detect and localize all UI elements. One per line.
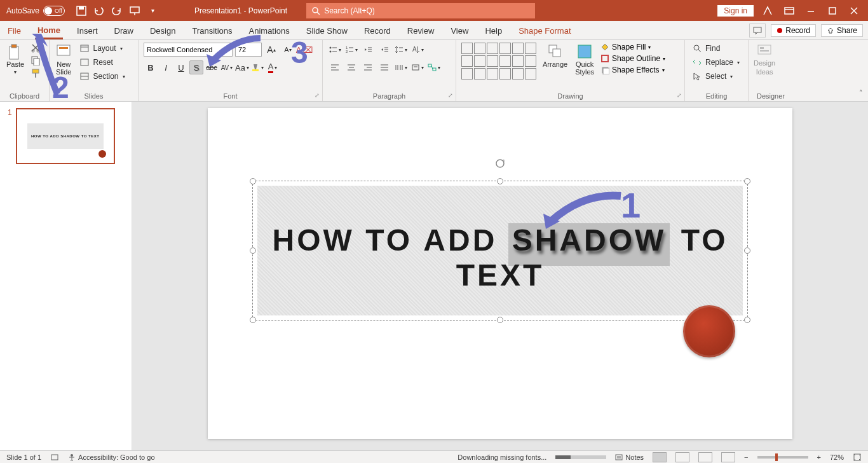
paste-button[interactable]: Paste ▾ — [5, 43, 25, 76]
resize-handle[interactable] — [497, 317, 503, 323]
resize-handle[interactable] — [250, 317, 256, 323]
font-launcher-icon[interactable]: ⤢ — [315, 92, 320, 99]
tab-design[interactable]: Design — [147, 22, 178, 38]
drawing-launcher-icon[interactable]: ⤢ — [677, 92, 682, 99]
qat-more-icon[interactable]: ▾ — [146, 4, 159, 17]
align-right-icon[interactable] — [361, 60, 375, 74]
align-left-icon[interactable] — [328, 60, 342, 74]
accessibility-status[interactable]: Accessibility: Good to go — [68, 453, 154, 461]
replace-button[interactable]: Replace▾ — [690, 57, 742, 68]
tab-file[interactable]: File — [5, 22, 24, 38]
shape-outline-button[interactable]: Shape Outline▾ — [600, 54, 665, 63]
autosave-toggle[interactable]: Off — [43, 6, 65, 16]
quick-styles-button[interactable]: Quick Styles — [574, 43, 595, 77]
new-slide-button[interactable]: New Slide — [55, 43, 72, 77]
font-color-button[interactable]: A — [266, 60, 280, 74]
slide-thumbnail[interactable]: HOW TO ADD SHADOW TO TEXT — [16, 108, 115, 164]
increase-indent-icon[interactable] — [377, 43, 391, 57]
resize-handle[interactable] — [744, 317, 750, 323]
section-button[interactable]: Section▾ — [78, 71, 127, 82]
clear-format-icon[interactable]: A⌫ — [297, 43, 311, 57]
line-spacing-icon[interactable] — [394, 43, 408, 57]
columns-icon[interactable] — [394, 60, 408, 74]
sorter-view-icon[interactable] — [675, 452, 689, 462]
shape-fill-button[interactable]: Shape Fill▾ — [600, 43, 665, 52]
reset-button[interactable]: Reset — [78, 57, 127, 68]
rotate-handle-icon[interactable] — [495, 158, 505, 169]
font-name-input[interactable] — [144, 43, 233, 57]
strikethrough-button[interactable]: abc — [205, 60, 219, 74]
signin-button[interactable]: Sign in — [717, 5, 754, 17]
highlight-button[interactable] — [250, 60, 264, 74]
shapes-gallery[interactable] — [461, 43, 536, 79]
tab-draw[interactable]: Draw — [112, 22, 136, 38]
copy-icon[interactable] — [31, 55, 41, 66]
resize-handle[interactable] — [744, 178, 750, 184]
select-button[interactable]: Select▾ — [690, 71, 742, 82]
fit-window-icon[interactable] — [853, 453, 862, 462]
minimize-icon[interactable] — [803, 3, 818, 18]
present-icon[interactable] — [128, 4, 141, 17]
resize-handle[interactable] — [250, 247, 256, 254]
reading-view-icon[interactable] — [698, 452, 712, 462]
tab-shape-format[interactable]: Shape Format — [516, 22, 573, 38]
layout-button[interactable]: Layout▾ — [78, 43, 127, 54]
search-box[interactable]: Search (Alt+Q) — [306, 3, 535, 18]
decrease-font-icon[interactable]: A▾ — [281, 43, 295, 57]
tab-view[interactable]: View — [448, 22, 471, 38]
arrange-button[interactable]: Arrange — [541, 43, 569, 69]
text-direction-icon[interactable]: A — [410, 43, 424, 57]
slide-canvas[interactable]: HOW TO ADD SHADOW TO TEXT — [208, 108, 792, 439]
justify-icon[interactable] — [377, 60, 391, 74]
design-ideas-button[interactable]: Design Ideas — [754, 43, 775, 76]
resize-handle[interactable] — [250, 178, 256, 184]
paragraph-launcher-icon[interactable]: ⤢ — [448, 92, 453, 99]
redo-icon[interactable] — [111, 4, 123, 17]
find-button[interactable]: Find — [690, 43, 742, 54]
char-spacing-button[interactable]: AV — [220, 60, 234, 74]
zoom-slider[interactable] — [757, 456, 808, 459]
smartart-icon[interactable] — [427, 60, 441, 74]
zoom-in-icon[interactable]: + — [817, 453, 821, 461]
format-painter-icon[interactable] — [31, 68, 41, 78]
share-button[interactable]: Share — [821, 24, 863, 37]
slide-indicator[interactable]: Slide 1 of 1 — [6, 453, 41, 461]
resize-handle[interactable] — [497, 178, 503, 184]
tab-insert[interactable]: Insert — [74, 22, 100, 38]
font-size-input[interactable] — [235, 43, 262, 57]
tab-help[interactable]: Help — [482, 22, 505, 38]
tab-transitions[interactable]: Transitions — [189, 22, 234, 38]
bullets-button[interactable] — [328, 43, 342, 57]
numbering-button[interactable]: 12 — [344, 43, 358, 57]
underline-button[interactable]: U — [174, 60, 188, 74]
tab-animations[interactable]: Animations — [247, 22, 292, 38]
resize-handle[interactable] — [744, 247, 750, 254]
close-icon[interactable] — [846, 3, 862, 18]
align-center-icon[interactable] — [344, 60, 358, 74]
comments-button[interactable] — [749, 24, 766, 38]
save-icon[interactable] — [75, 4, 88, 17]
textbox-selection[interactable] — [252, 181, 748, 321]
record-button[interactable]: Record — [771, 24, 816, 37]
align-text-icon[interactable] — [410, 60, 424, 74]
maximize-icon[interactable] — [825, 3, 840, 18]
change-case-button[interactable]: Aa — [235, 60, 249, 74]
tab-record[interactable]: Record — [362, 22, 393, 38]
normal-view-icon[interactable] — [653, 452, 667, 462]
slideshow-view-icon[interactable] — [721, 452, 735, 462]
notes-button[interactable]: Notes — [615, 453, 644, 461]
zoom-level[interactable]: 72% — [830, 453, 844, 461]
shape-effects-button[interactable]: Shape Effects▾ — [600, 66, 665, 74]
zoom-out-icon[interactable]: − — [744, 453, 748, 461]
decrease-indent-icon[interactable] — [361, 43, 375, 57]
increase-font-icon[interactable]: A▴ — [264, 43, 278, 57]
tab-review[interactable]: Review — [405, 22, 437, 38]
tab-home[interactable]: Home — [35, 22, 63, 39]
spellcheck-icon[interactable] — [50, 453, 59, 462]
collapse-ribbon-icon[interactable]: ˄ — [859, 89, 863, 97]
tab-slideshow[interactable]: Slide Show — [304, 22, 350, 38]
shadow-button[interactable]: S — [189, 60, 203, 74]
bold-button[interactable]: B — [144, 60, 158, 74]
cut-icon[interactable] — [31, 43, 41, 53]
ribbon-display-icon[interactable] — [782, 3, 797, 18]
